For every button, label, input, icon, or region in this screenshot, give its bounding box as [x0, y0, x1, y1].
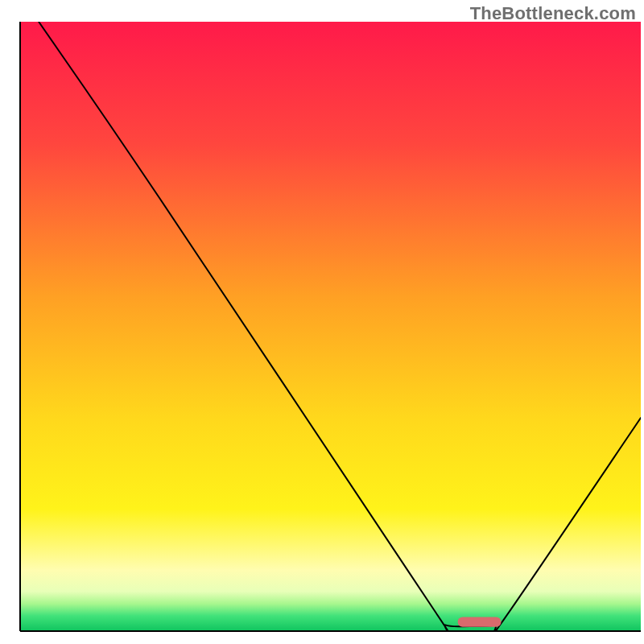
- watermark-text: TheBottleneck.com: [470, 3, 636, 24]
- gradient-background: [20, 22, 641, 631]
- bottleneck-chart: [0, 0, 644, 644]
- chart-frame: TheBottleneck.com: [0, 0, 644, 644]
- optimal-marker: [458, 617, 502, 627]
